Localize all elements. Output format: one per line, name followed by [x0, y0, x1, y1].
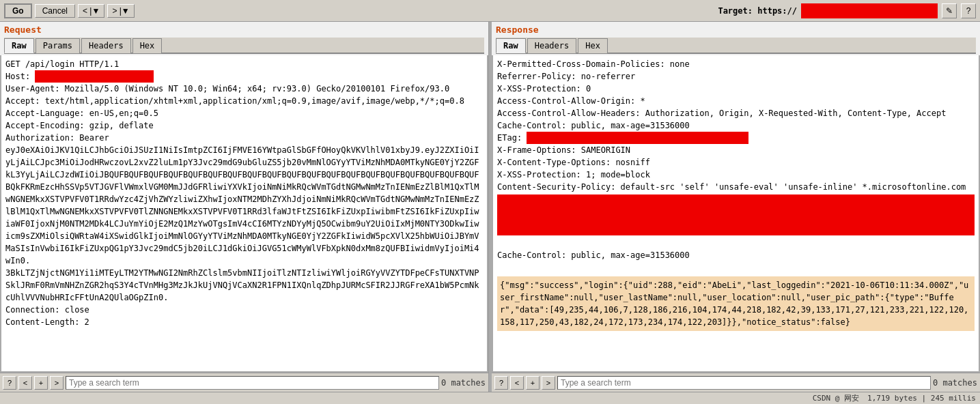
toolbar: Go Cancel < |▼ > |▼ Target: https:// ✎ ? — [0, 0, 980, 22]
request-search-input[interactable] — [66, 376, 439, 390]
request-tab-headers[interactable]: Headers — [81, 38, 131, 53]
response-tab-bar: Raw Headers Hex — [496, 38, 976, 54]
response-tab-hex[interactable]: Hex — [578, 38, 608, 53]
request-matches-label: 0 matches — [441, 378, 486, 388]
response-text: X-Permitted-Cross-Domain-Policies: none … — [497, 59, 966, 192]
forward-arrow-icon: > |▼ — [112, 6, 129, 16]
response-json-body: {"msg":"success","login":{"uid":288,"eid… — [497, 276, 975, 331]
request-content[interactable]: GET /api/login HTTP/1.1 Host: User-Agent… — [1, 55, 488, 372]
target-label: Target: https:// — [718, 6, 797, 16]
request-content-wrapper: GET /api/login HTTP/1.1 Host: User-Agent… — [0, 55, 488, 373]
request-tab-hex[interactable]: Hex — [132, 38, 163, 53]
response-panel-title: Response — [496, 25, 976, 35]
response-tab-raw[interactable]: Raw — [496, 38, 526, 53]
panels-container: Request Raw Params Headers Hex GET /api/… — [0, 22, 980, 392]
response-content-wrapper: X-Permitted-Cross-Domain-Policies: none … — [492, 55, 980, 373]
request-search-help[interactable]: ? — [3, 376, 16, 390]
response-search-help[interactable]: ? — [494, 376, 508, 390]
request-search-prev[interactable]: < — [18, 376, 32, 390]
status-bar: CSDN @ 网安 1,719 bytes | 245 millis — [0, 392, 980, 404]
response-matches-label: 0 matches — [933, 378, 977, 388]
response-body-redacted — [497, 194, 975, 235]
back-button[interactable]: < |▼ — [78, 4, 104, 18]
request-panel-title: Request — [4, 25, 484, 35]
request-tab-params[interactable]: Params — [36, 38, 80, 53]
forward-button[interactable]: > |▼ — [107, 4, 134, 18]
cancel-button[interactable]: Cancel — [35, 4, 75, 18]
target-value — [801, 3, 938, 18]
response-panel: Response Raw Headers Hex X-Permitted-Cro… — [492, 22, 980, 392]
etag-redacted — [527, 132, 748, 144]
request-panel: Request Raw Params Headers Hex GET /api/… — [0, 22, 489, 392]
request-panel-header: Request Raw Params Headers Hex — [0, 22, 488, 55]
response-search-add[interactable]: + — [526, 376, 540, 390]
request-tab-bar: Raw Params Headers Hex — [4, 38, 484, 54]
help-button[interactable]: ? — [961, 3, 976, 18]
response-panel-header: Response Raw Headers Hex — [492, 22, 980, 55]
target-section: Target: https:// ✎ ? — [718, 3, 976, 18]
response-tab-headers[interactable]: Headers — [527, 38, 577, 53]
request-host-redacted — [35, 70, 153, 83]
request-tab-raw[interactable]: Raw — [4, 38, 34, 53]
status-bytes: 1,719 bytes | 245 millis — [867, 394, 976, 403]
status-csdn: CSDN @ 网安 — [813, 393, 859, 403]
response-search-prev[interactable]: < — [510, 376, 524, 390]
back-arrow-icon: < |▼ — [83, 6, 100, 16]
response-search-bar: ? < + > 0 matches — [492, 373, 980, 392]
request-line-1: GET /api/login HTTP/1.1 Host: User-Agent… — [5, 59, 479, 327]
request-search-next[interactable]: > — [50, 376, 64, 390]
response-content[interactable]: X-Permitted-Cross-Domain-Policies: none … — [492, 55, 979, 372]
response-search-input[interactable] — [557, 376, 931, 390]
request-search-add[interactable]: + — [34, 376, 48, 390]
response-search-next[interactable]: > — [542, 376, 555, 390]
response-text-2: Cache-Control: public, max-age=31536000 — [497, 250, 690, 260]
edit-button[interactable]: ✎ — [942, 3, 957, 18]
go-button[interactable]: Go — [4, 3, 32, 18]
request-search-bar: ? < + > 0 matches — [0, 373, 488, 392]
